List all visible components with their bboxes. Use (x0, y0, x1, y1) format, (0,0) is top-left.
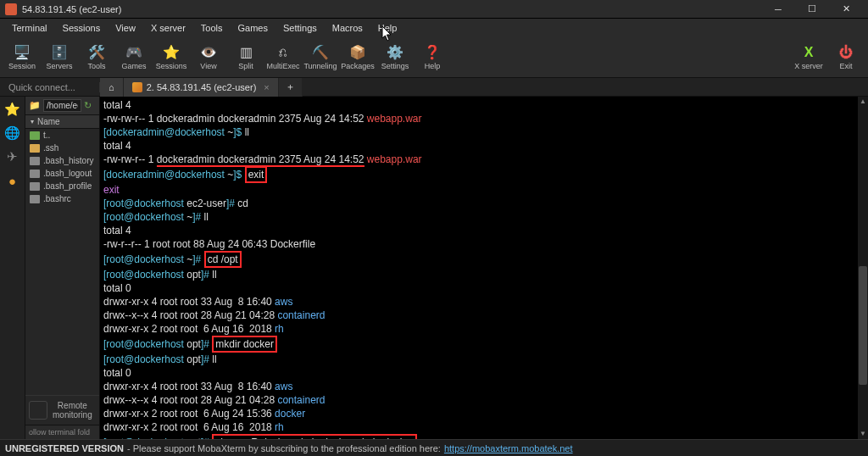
terminal-line: [root@dockerhost opt]# ll (103, 353, 865, 366)
file-icon (30, 157, 40, 165)
terminal-line: [root@dockerhost opt]# chown -R dockerad… (103, 434, 865, 439)
terminal-line: -rw-rw-r-- 1 dockeradmin dockeradmin 237… (103, 153, 865, 166)
tab-close-icon[interactable]: × (264, 82, 269, 92)
menu-x-server[interactable]: X server (144, 21, 192, 35)
help-button[interactable]: ❓Help (414, 39, 451, 76)
maximize-button[interactable]: ☐ (795, 1, 829, 18)
session-button[interactable]: 🖥️Session (3, 39, 41, 76)
menu-settings[interactable]: Settings (276, 21, 324, 35)
terminal-line: drwx--x--x 4 root root 28 Aug 21 04:28 c… (103, 393, 865, 407)
terminal-line: -rw-rw-r-- 1 dockeradmin dockeradmin 237… (103, 112, 865, 125)
terminal-output[interactable]: total 4-rw-rw-r-- 1 dockeradmin dockerad… (100, 97, 868, 439)
terminal-line: [root@dockerhost ec2-user]# cd (103, 197, 865, 210)
scroll-down-icon[interactable]: ▼ (858, 429, 868, 439)
terminal-line: [root@dockerhost opt]# ll (103, 268, 865, 281)
tab-add[interactable]: ＋ (279, 78, 303, 97)
split-button[interactable]: ▥Split (227, 39, 264, 76)
column-header-name[interactable]: Name (25, 115, 99, 129)
terminal-line: drwxr-xr-x 4 root root 33 Aug 8 16:40 aw… (103, 380, 865, 393)
games-button[interactable]: 🎮Games (115, 39, 153, 76)
terminal-scrollbar[interactable]: ▲ ▼ (858, 97, 868, 439)
menu-terminal[interactable]: Terminal (5, 21, 54, 35)
xserver-button-icon: X (800, 45, 817, 60)
terminal-line: total 4 (103, 98, 865, 112)
status-link[interactable]: https://mobaxterm.mobatek.net (444, 443, 573, 453)
scroll-up-icon[interactable]: ▲ (858, 97, 868, 107)
follow-terminal-checkbox[interactable]: ollow terminal fold (25, 425, 99, 439)
tools-button-icon: 🛠️ (88, 45, 105, 60)
globe-icon[interactable]: 🌐 (5, 125, 20, 141)
terminal-line: -rw-r--r-- 1 root root 88 Aug 24 06:43 D… (103, 237, 865, 251)
xserver-button[interactable]: XX server (790, 39, 827, 76)
packages-button[interactable]: 📦Packages (339, 39, 376, 76)
minimize-button[interactable]: ─ (761, 1, 795, 18)
menu-help[interactable]: Help (371, 21, 404, 35)
menu-tools[interactable]: Tools (194, 21, 230, 35)
terminal-line: drwxr-xr-x 4 root root 33 Aug 8 16:40 aw… (103, 295, 865, 309)
session-button-icon: 🖥️ (14, 45, 31, 60)
path-input[interactable] (43, 99, 81, 112)
servers-button-icon: 🗄️ (51, 45, 68, 60)
file-item[interactable]: .bash_logout (25, 167, 99, 180)
terminal-line: [root@dockerhost ~]# ll (103, 210, 865, 224)
terminal-line: total 4 (103, 224, 865, 237)
terminal-line: drwx--x--x 4 root root 28 Aug 21 04:28 c… (103, 309, 865, 322)
exit-button-icon: ⏻ (837, 45, 854, 60)
sftp-icon[interactable]: ✈ (5, 149, 20, 164)
file-icon (30, 195, 40, 203)
terminal-line: total 0 (103, 366, 865, 380)
file-item[interactable]: t.. (25, 129, 99, 142)
refresh-icon[interactable]: ↻ (84, 100, 96, 112)
multiexec-button[interactable]: ⎌MultiExec (264, 39, 302, 76)
view-button-icon: 👁️ (200, 45, 217, 60)
settings-button-icon: ⚙️ (387, 45, 403, 60)
terminal-line: drwxr-xr-x 2 root root 6 Aug 24 15:36 do… (103, 407, 865, 420)
file-icon (30, 182, 40, 191)
remote-monitor-icon[interactable] (29, 401, 47, 420)
terminal-line: total 0 (103, 281, 865, 295)
tunneling-button[interactable]: ⛏️Tunneling (302, 39, 339, 76)
quick-connect[interactable]: Quick connect... (0, 82, 100, 92)
help-button-icon: ❓ (424, 45, 441, 60)
sessions-button[interactable]: ⭐Sessions (153, 39, 190, 76)
games-button-icon: 🎮 (125, 45, 142, 60)
exit-button[interactable]: ⏻Exit (827, 39, 865, 76)
menu-sessions[interactable]: Sessions (56, 21, 108, 35)
multiexec-button-icon: ⎌ (275, 45, 292, 60)
view-button[interactable]: 👁️View (190, 39, 227, 76)
tab-home[interactable]: ⌂ (100, 78, 124, 97)
terminal-line: [dockeradmin@dockerhost ~]$ exit (103, 166, 865, 183)
file-icon (30, 131, 40, 140)
terminal-line: [root@dockerhost opt]# mkdir docker (103, 336, 865, 353)
remote-label-2: monitoring (53, 410, 92, 420)
settings-button[interactable]: ⚙️Settings (376, 39, 414, 76)
terminal-line: drwxr-xr-x 2 root root 6 Aug 16 2018 rh (103, 322, 865, 336)
packages-button-icon: 📦 (349, 45, 366, 60)
home-icon: ⌂ (108, 82, 114, 92)
tab-session[interactable]: 2. 54.83.191.45 (ec2-user) × (124, 78, 279, 97)
tunneling-button-icon: ⛏️ (312, 45, 329, 60)
file-icon (30, 170, 40, 178)
terminal-line: exit (103, 183, 865, 197)
folder-up-icon[interactable]: 📁 (29, 100, 41, 112)
menu-view[interactable]: View (108, 21, 142, 35)
macros-icon[interactable]: ● (5, 173, 20, 188)
scroll-thumb[interactable] (859, 266, 867, 385)
favorites-icon[interactable]: ⭐ (5, 102, 20, 117)
tools-button[interactable]: 🛠️Tools (78, 39, 115, 76)
servers-button[interactable]: 🗄️Servers (41, 39, 78, 76)
session-tab-icon (132, 82, 142, 92)
file-item[interactable]: .bashrc (25, 192, 99, 205)
menu-macros[interactable]: Macros (326, 21, 370, 35)
status-message: - Please support MobaXterm by subscribin… (127, 443, 441, 453)
file-item[interactable]: .bash_history (25, 154, 99, 167)
terminal-line: [dockeradmin@dockerhost ~]$ ll (103, 125, 865, 139)
menu-games[interactable]: Games (231, 21, 275, 35)
split-button-icon: ▥ (237, 45, 254, 60)
close-button[interactable]: ✕ (829, 1, 863, 18)
file-item[interactable]: .ssh (25, 142, 99, 154)
window-title: 54.83.191.45 (ec2-user) (22, 4, 761, 14)
terminal-line: total 4 (103, 139, 865, 153)
file-item[interactable]: .bash_profile (25, 180, 99, 192)
plus-icon: ＋ (286, 81, 295, 93)
